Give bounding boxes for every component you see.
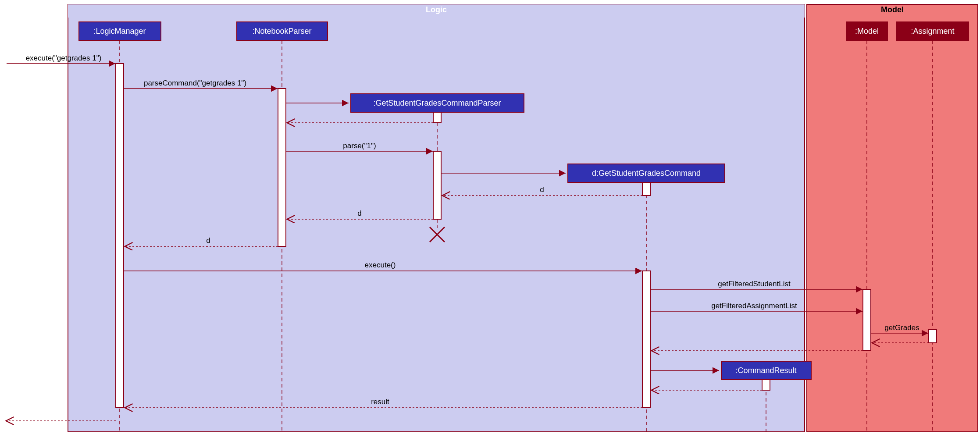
d3-label: d <box>206 236 210 245</box>
d2-label: d <box>357 209 361 217</box>
sequence-diagram: Logic Model :LogicManager :NotebookParse… <box>0 0 980 434</box>
logic-manager-activation <box>116 64 124 408</box>
grades-parser-activation0 <box>433 112 441 123</box>
assignment-activation <box>929 330 937 343</box>
result-label: result <box>371 398 389 406</box>
model-frame-title: Model <box>881 5 904 14</box>
d1-label: d <box>540 185 544 194</box>
execute-label: execute() <box>365 261 396 269</box>
model-label: :Model <box>855 27 879 36</box>
grades-parser-label: :GetStudentGradesCommandParser <box>373 99 501 107</box>
grades-parser-activation1 <box>433 151 441 219</box>
execute-in-label: execute("getgrades 1") <box>26 54 102 62</box>
logic-frame-title: Logic <box>426 5 447 14</box>
parse-label: parse("1") <box>343 142 376 150</box>
get-assignments-label: getFilteredAssignmentList <box>711 302 797 310</box>
notebook-parser-activation <box>278 89 286 246</box>
grades-command-activation0 <box>642 182 650 196</box>
command-result-activation <box>762 380 770 390</box>
get-grades-label: getGrades <box>884 324 919 332</box>
notebook-parser-label: :NotebookParser <box>252 27 311 36</box>
parse-command-label: parseCommand("getgrades 1") <box>144 79 246 87</box>
model-activation <box>863 289 871 351</box>
grades-command-label: d:GetStudentGradesCommand <box>592 169 701 178</box>
logic-manager-label: :LogicManager <box>93 27 146 36</box>
get-students-label: getFilteredStudentList <box>718 280 791 288</box>
grades-command-activation1 <box>642 271 650 408</box>
model-frame <box>807 4 978 432</box>
assignment-label: :Assignment <box>911 27 954 36</box>
command-result-label: :CommandResult <box>735 366 796 375</box>
